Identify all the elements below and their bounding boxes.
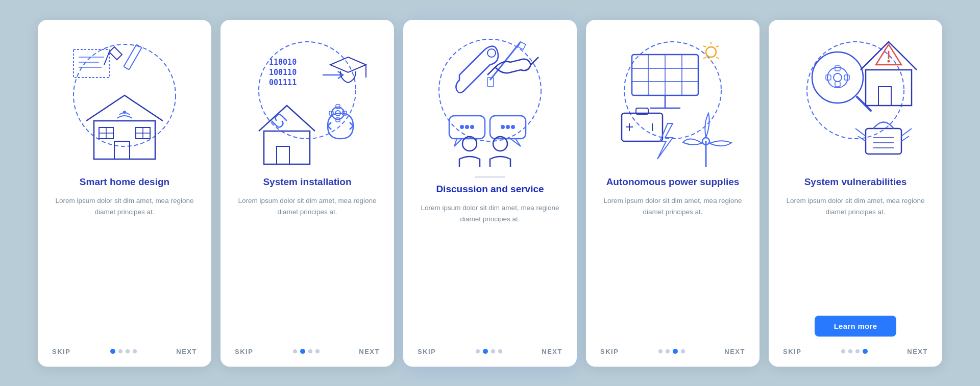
card5-next[interactable]: NEXT: [907, 348, 928, 355]
svg-marker-72: [657, 123, 673, 159]
svg-point-32: [487, 49, 496, 57]
card1-title: Smart home design: [80, 176, 169, 189]
card1-skip[interactable]: SKIP: [52, 348, 70, 355]
card-discussion-service: Discussion and service Lorem ipsum dolor…: [403, 20, 577, 367]
dot-1-2: [118, 349, 122, 353]
card1-dots: [110, 349, 137, 354]
dot-2-2: [300, 349, 305, 354]
card2-footer: SKIP NEXT: [235, 344, 380, 355]
card2-desc: Lorem ipsum dolor sit dim amet, mea regi…: [235, 195, 380, 334]
card5-footer: SKIP NEXT: [783, 344, 928, 355]
svg-line-58: [716, 57, 719, 59]
dot-1-1: [110, 349, 115, 354]
svg-line-88: [858, 136, 866, 141]
svg-point-86: [888, 60, 890, 62]
dot-1-4: [133, 349, 137, 353]
svg-rect-29: [264, 131, 310, 164]
svg-line-91: [901, 128, 912, 136]
cards-container: Smart home design Lorem ipsum dolor sit …: [17, 5, 963, 382]
dot-3-4: [498, 349, 502, 353]
svg-line-61: [703, 46, 706, 47]
svg-text:110010: 110010: [269, 58, 297, 67]
svg-rect-83: [878, 87, 891, 106]
card3-next[interactable]: NEXT: [542, 348, 562, 355]
svg-point-9: [123, 111, 126, 114]
dot-2-1: [293, 349, 297, 353]
svg-rect-1: [94, 121, 155, 159]
card1-footer: SKIP NEXT: [52, 344, 197, 355]
card3-desc: Lorem ipsum dolor sit dim amet, mea regi…: [418, 202, 562, 334]
dot-4-4: [681, 349, 685, 353]
card1-next[interactable]: NEXT: [176, 348, 197, 355]
card3-icon-area: [424, 34, 556, 167]
card5-desc: Lorem ipsum dolor sit dim amet, mea regi…: [783, 195, 928, 306]
card3-divider: [475, 176, 505, 178]
card2-illustration: 110010 100110 001111: [241, 34, 374, 167]
card1-desc: Lorem ipsum dolor sit dim amet, mea regi…: [52, 195, 197, 334]
card5-title: System vulnerabilities: [804, 176, 907, 189]
svg-line-36: [487, 67, 495, 75]
dot-2-3: [308, 349, 312, 353]
svg-point-74: [812, 52, 863, 103]
svg-line-89: [855, 128, 866, 136]
card2-title: System installation: [263, 176, 351, 189]
svg-rect-15: [124, 44, 141, 69]
svg-line-75: [857, 97, 871, 111]
card4-next[interactable]: NEXT: [724, 348, 745, 355]
dot-2-4: [315, 349, 320, 353]
card3-skip[interactable]: SKIP: [418, 348, 436, 355]
svg-line-57: [716, 46, 719, 47]
dot-3-2: [483, 349, 488, 354]
svg-rect-2: [114, 141, 130, 159]
dot-5-3: [855, 349, 860, 353]
card4-dots: [658, 349, 685, 354]
dot-3-3: [491, 349, 495, 353]
svg-rect-87: [866, 128, 901, 154]
dot-3-1: [476, 349, 480, 353]
card3-footer: SKIP NEXT: [418, 344, 562, 355]
svg-rect-79: [835, 82, 840, 87]
dot-5-4: [863, 349, 868, 354]
card3-dots: [476, 349, 502, 354]
card2-icon-area: 110010 100110 001111: [241, 34, 374, 167]
svg-point-77: [834, 73, 842, 82]
svg-point-40: [460, 125, 464, 129]
svg-point-44: [506, 125, 510, 129]
card5-skip[interactable]: SKIP: [783, 348, 801, 355]
svg-line-14: [104, 52, 109, 65]
svg-marker-21: [330, 57, 366, 72]
card1-illustration: [58, 34, 191, 167]
dot-5-2: [848, 349, 852, 353]
svg-rect-30: [277, 146, 289, 164]
card2-dots: [293, 349, 320, 354]
card5-dots: [841, 349, 868, 354]
svg-rect-82: [866, 70, 912, 106]
card-system-vulnerabilities: System vulnerabilities Lorem ipsum dolor…: [769, 20, 942, 367]
svg-point-45: [511, 125, 515, 129]
svg-rect-81: [844, 75, 849, 80]
card5-illustration: [789, 34, 922, 167]
dot-1-3: [126, 349, 130, 353]
card4-skip[interactable]: SKIP: [600, 348, 619, 355]
svg-rect-78: [835, 66, 840, 71]
card3-illustration: [424, 34, 556, 167]
dot-4-2: [666, 349, 670, 353]
svg-point-76: [827, 67, 848, 88]
card4-illustration: [606, 34, 739, 167]
card-autonomous-power: Autonomous power supplies Lorem ipsum do…: [586, 20, 760, 367]
dot-4-1: [658, 349, 663, 353]
card5-icon-area: [789, 34, 922, 167]
svg-point-55: [706, 47, 716, 57]
svg-point-43: [501, 125, 505, 129]
card2-skip[interactable]: SKIP: [235, 348, 253, 355]
svg-line-90: [901, 136, 909, 141]
dot-5-1: [841, 349, 845, 353]
svg-rect-80: [826, 75, 831, 80]
card2-next[interactable]: NEXT: [359, 348, 380, 355]
card4-footer: SKIP NEXT: [600, 344, 745, 355]
svg-point-42: [470, 125, 474, 129]
card4-desc: Lorem ipsum dolor sit dim amet, mea regi…: [600, 195, 745, 334]
dot-4-3: [673, 349, 678, 354]
learn-more-button[interactable]: Learn more: [815, 316, 897, 337]
svg-line-60: [703, 57, 706, 59]
